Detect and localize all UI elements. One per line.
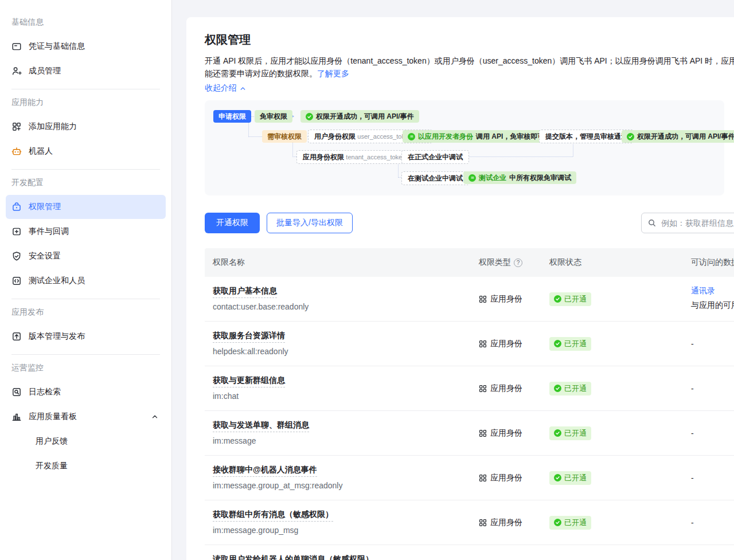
scope-dash: - [683, 500, 734, 545]
sidebar-divider [11, 299, 160, 299]
col-header-type: 权限类型? [471, 257, 541, 268]
permission-title[interactable]: 获取服务台资源详情 [213, 331, 285, 343]
permission-title[interactable]: 获取用户基本信息 [213, 286, 277, 298]
success-text: 权限开通成功，可调用 API/事件 [637, 130, 734, 143]
sidebar-item-label: 日志检索 [29, 387, 61, 397]
connector [248, 136, 262, 137]
learn-more-link[interactable]: 了解更多 [317, 69, 349, 78]
sidebar-item-bot[interactable]: 机器人 [6, 139, 166, 163]
app-identity-icon [479, 429, 487, 437]
open-permission-button[interactable]: 开通权限 [205, 213, 260, 233]
tenant-token-code: tenant_access_token [346, 154, 405, 160]
intro-text: 开通 API 权限后，应用才能以应用身份（tenant_access_token… [205, 54, 734, 80]
sidebar-divider [11, 169, 160, 170]
sidebar-item-members[interactable]: 成员管理 [6, 59, 166, 83]
sidebar-divider [11, 89, 160, 89]
success-badge-1: 权限开通成功，可调用 API/事件 [300, 110, 419, 123]
sidebar-divider [11, 354, 160, 355]
sidebar-item-label: 应用质量看板 [29, 412, 77, 422]
sidebar-subitem-label: 开发质量 [36, 461, 68, 471]
scope-link[interactable]: 通讯录 [691, 286, 715, 295]
check-circle-icon [627, 133, 634, 140]
batch-import-export-button[interactable]: 批量导入/导出权限 [267, 213, 353, 233]
table-row: 获取与发送单聊、群组消息 im:message 应用身份 已开通 - [205, 411, 734, 456]
chevron-up-icon[interactable] [150, 413, 160, 421]
formal-debug-box: 在正式企业中调试 [401, 150, 469, 164]
scope-dash: - [683, 456, 734, 500]
check-circle-icon [554, 474, 561, 481]
permission-code: im:message.group_at_msg:readonly [213, 481, 471, 490]
permission-type: 应用身份 [490, 473, 522, 483]
success-text: 权限开通成功，可调用 API/事件 [316, 110, 414, 123]
connector [292, 156, 296, 157]
intro-body: 开通 API 权限后，应用才能以应用身份（tenant_access_token… [205, 56, 734, 78]
sidebar-item-label: 成员管理 [29, 66, 61, 76]
status-badge: 已开通 [549, 292, 591, 306]
permission-search-box[interactable] [641, 213, 734, 233]
test-corp-rest-text: 中所有权限免审调试 [509, 171, 571, 184]
col-header-status: 权限状态 [541, 257, 683, 268]
sidebar-subitem-dev-quality[interactable]: 开发质量 [6, 454, 166, 478]
sidebar-item-events-callbacks[interactable]: 事件与回调 [6, 220, 166, 244]
permission-code: im:message [213, 436, 471, 445]
submit-version-box: 提交版本，管理员审核通过 [539, 130, 634, 143]
sidebar-item-add-capability[interactable]: 添加应用能力 [6, 115, 166, 139]
permission-title[interactable]: 读取用户发给机器人的单聊消息（敏感权限） [213, 554, 373, 560]
sidebar-item-credentials[interactable]: 凭证与基础信息 [6, 34, 166, 58]
table-header: 权限名称 权限类型? 权限状态 可访问的数据范围 [205, 248, 734, 277]
sidebar-item-permission-management[interactable]: 权限管理 [6, 195, 166, 219]
user-token-label: 用户身份权限 [314, 132, 356, 140]
sidebar-section-dev-config: 开发配置 [0, 175, 171, 189]
app-identity-icon [479, 474, 487, 482]
credential-icon [11, 41, 22, 52]
permission-card: 权限管理 开通 API 权限后，应用才能以应用身份（tenant_access_… [186, 17, 734, 560]
permission-title[interactable]: 获取群组中所有消息（敏感权限） [213, 510, 333, 522]
sidebar-item-test-corp[interactable]: 测试企业和人员 [6, 269, 166, 293]
sidebar-item-log-search[interactable]: 日志检索 [6, 380, 166, 404]
permission-title[interactable]: 接收群聊中@机器人消息事件 [213, 465, 317, 477]
sidebar-item-label: 凭证与基础信息 [29, 41, 85, 52]
question-circle-icon[interactable]: ? [514, 259, 522, 267]
toolbar: 开通权限 批量导入/导出权限 [205, 213, 734, 233]
search-icon [647, 218, 657, 228]
permission-type: 应用身份 [490, 383, 522, 394]
sidebar-item-security-settings[interactable]: 安全设置 [6, 244, 166, 268]
tenant-token-label: 应用身份权限 [303, 153, 344, 161]
sidebar: 基础信息 凭证与基础信息 成员管理 应用能力 添加应用能力 机器人 开发配置 权… [0, 0, 172, 560]
table-row: 读取用户发给机器人的单聊消息（敏感权限） im:message.p2p_msg … [205, 545, 734, 560]
scope-dash: - [683, 545, 734, 560]
search-input[interactable] [661, 218, 734, 228]
status-badge: 已开通 [549, 382, 591, 395]
permission-code: im:chat [213, 391, 471, 401]
check-circle-icon [306, 113, 313, 120]
release-icon [11, 331, 22, 342]
permission-title[interactable]: 获取与更新群组信息 [213, 375, 285, 387]
robot-icon [11, 146, 22, 156]
status-badge: 已开通 [549, 516, 591, 530]
scope-dash: - [683, 411, 734, 455]
collapse-intro-link[interactable]: 收起介绍 [205, 83, 247, 93]
permission-table: 权限名称 权限类型? 权限状态 可访问的数据范围 获取用户基本信息 contac… [205, 248, 734, 560]
check-circle-icon [554, 519, 561, 526]
sidebar-item-label: 测试企业和人员 [29, 276, 85, 286]
test-corp-green-text: 测试企业 [479, 171, 506, 184]
permission-code: contact:user.base:readonly [213, 302, 471, 311]
scope-dash: - [683, 366, 734, 410]
sidebar-subitem-user-feedback[interactable]: 用户反馈 [6, 429, 166, 453]
review-required-badge: 需审核权限 [262, 130, 307, 143]
add-capability-icon [11, 122, 22, 132]
permission-code: helpdesk:all:readonly [213, 347, 471, 356]
dev-debug-green-text: 以应用开发者身份 [418, 130, 473, 143]
no-review-badge: 免审权限 [255, 110, 292, 123]
check-circle-icon [554, 340, 561, 347]
app-identity-icon [479, 519, 487, 527]
permission-title[interactable]: 获取与发送单聊、群组消息 [213, 420, 309, 432]
sidebar-item-quality-dashboard[interactable]: 应用质量看板 [6, 405, 166, 429]
sidebar-item-version-release[interactable]: 版本管理与发布 [6, 324, 166, 348]
collapse-intro-label: 收起介绍 [205, 83, 237, 93]
sidebar-item-label: 安全设置 [29, 251, 61, 261]
permission-type: 应用身份 [490, 428, 522, 438]
shield-check-icon [11, 251, 22, 261]
apply-permission-badge: 申请权限 [213, 110, 251, 123]
status-badge: 已开通 [549, 426, 591, 440]
